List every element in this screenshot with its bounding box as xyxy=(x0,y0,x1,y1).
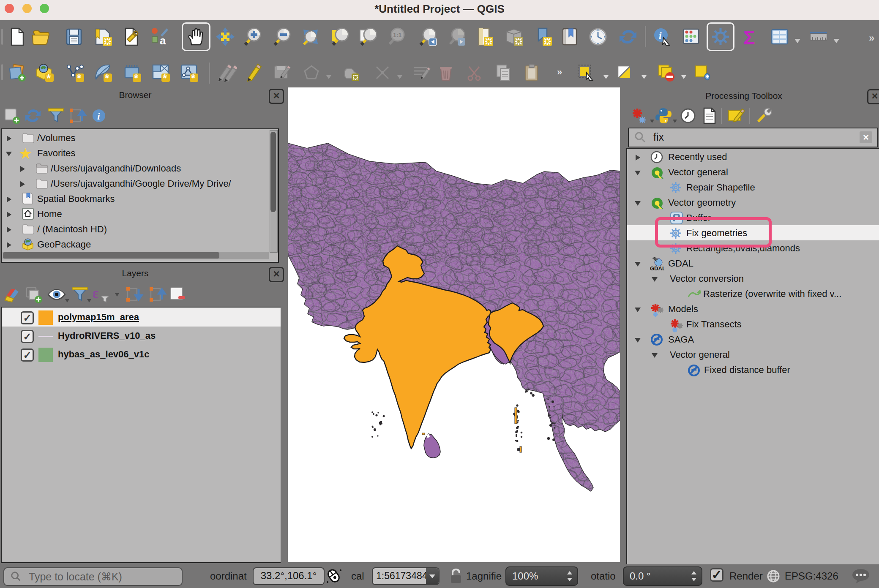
svg-text:a: a xyxy=(160,34,166,47)
svg-text:GDAL: GDAL xyxy=(650,265,664,272)
svg-text:*: * xyxy=(134,72,139,83)
svg-text:i: i xyxy=(659,30,662,41)
svg-text:ε: ε xyxy=(93,285,99,301)
svg-text:*: * xyxy=(105,72,109,83)
svg-text:1:1: 1:1 xyxy=(393,32,401,38)
svg-text:*: * xyxy=(46,72,51,83)
svg-text:*: * xyxy=(191,72,196,83)
svg-text:Σ: Σ xyxy=(743,27,755,47)
svg-text:*: * xyxy=(77,72,82,83)
svg-text:*: * xyxy=(163,72,167,83)
svg-text:i: i xyxy=(97,111,100,122)
